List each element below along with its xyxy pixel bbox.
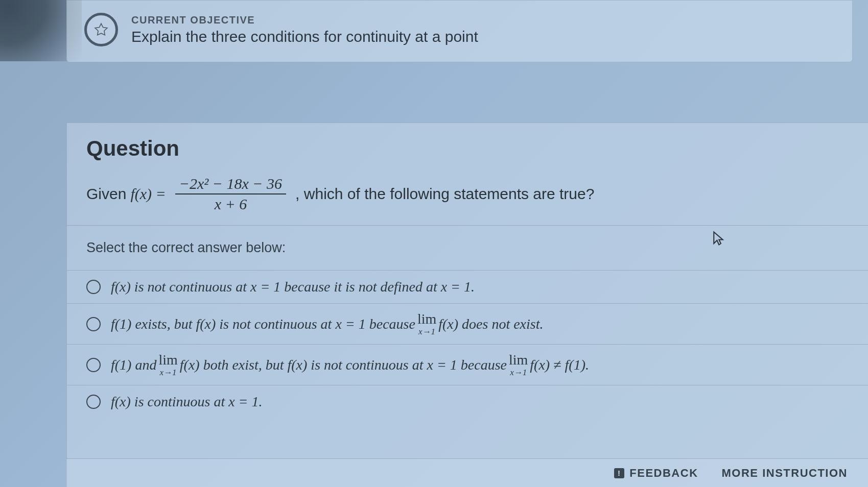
objective-text: CURRENT OBJECTIVE Explain the three cond…: [131, 14, 478, 45]
option-2[interactable]: f(1) exists, but f(x) is not continuous …: [67, 303, 868, 344]
feedback-button[interactable]: ! FEEDBACK: [614, 467, 698, 480]
question-card: Question Given f(x) = −2x² − 18x − 36 x …: [66, 123, 868, 487]
objective-label: CURRENT OBJECTIVE: [131, 14, 478, 26]
option-3[interactable]: f(1) and lim x→1 f(x) both exist, but f(…: [67, 344, 868, 385]
footer-bar: ! FEEDBACK MORE INSTRUCTION: [66, 458, 868, 487]
option-1[interactable]: f(x) is not continuous at x = 1 because …: [67, 270, 868, 303]
limit-notation: lim x→1: [417, 312, 436, 336]
cursor-icon: [712, 231, 725, 246]
radio-icon: [86, 358, 101, 372]
option-text-post: f(x) ≠ f(1).: [530, 357, 589, 373]
option-text: f(x) is not continuous at x = 1 because …: [111, 279, 475, 295]
objective-progress-ring: [84, 13, 118, 46]
question-body: Given f(x) = −2x² − 18x − 36 x + 6 , whi…: [67, 166, 868, 225]
option-4[interactable]: f(x) is continuous at x = 1.: [67, 385, 868, 418]
denominator: x + 6: [210, 194, 251, 213]
question-header: Question: [67, 123, 868, 166]
given-prefix: Given: [86, 185, 126, 203]
more-instruction-label: MORE INSTRUCTION: [722, 467, 848, 479]
objective-description: Explain the three conditions for continu…: [131, 28, 478, 45]
instruction-text: Select the correct answer below:: [86, 240, 286, 255]
instruction-row: Select the correct answer below:: [67, 226, 868, 270]
option-text-pre: f(1) exists, but f(x) is not continuous …: [111, 316, 415, 332]
numerator: −2x² − 18x − 36: [175, 175, 286, 194]
fraction: −2x² − 18x − 36 x + 6: [175, 175, 286, 213]
option-text-pre: f(1) and: [111, 357, 156, 373]
radio-icon: [86, 280, 101, 294]
objective-card: CURRENT OBJECTIVE Explain the three cond…: [66, 0, 853, 62]
question-heading: Question: [86, 136, 849, 161]
given-suffix: , which of the following statements are …: [295, 185, 594, 203]
option-text-mid: f(x) does not exist.: [438, 316, 543, 332]
limit-notation: lim x→1: [158, 353, 177, 377]
radio-icon: [86, 395, 101, 409]
alert-icon: !: [614, 468, 624, 478]
more-instruction-button[interactable]: MORE INSTRUCTION: [722, 467, 848, 480]
option-text-mid: f(x) both exist, but f(x) is not continu…: [180, 357, 507, 373]
radio-icon: [86, 317, 101, 331]
star-icon: [93, 22, 109, 37]
option-text: f(x) is continuous at x = 1.: [111, 394, 263, 410]
options-list: f(x) is not continuous at x = 1 because …: [67, 270, 868, 418]
function-lhs: f(x) =: [130, 185, 166, 203]
limit-notation-2: lim x→1: [509, 353, 528, 377]
feedback-label: FEEDBACK: [629, 467, 698, 480]
